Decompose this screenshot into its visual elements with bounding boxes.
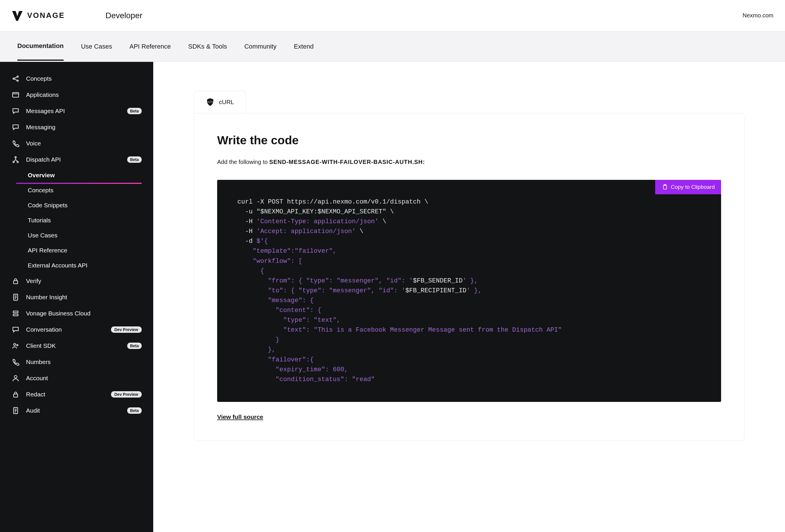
share-icon xyxy=(11,75,20,83)
svg-rect-7 xyxy=(14,281,18,284)
sidebar-item-account[interactable]: Account xyxy=(0,370,153,386)
svg-point-4 xyxy=(15,157,17,158)
doc-icon xyxy=(11,407,20,414)
phone-icon xyxy=(11,140,20,148)
users-icon xyxy=(11,342,20,350)
tab-label: cURL xyxy=(219,99,234,105)
svg-point-6 xyxy=(17,161,19,163)
filename: SEND-MESSAGE-WITH-FAILOVER-BASIC-AUTH.SH… xyxy=(269,159,425,165)
nav-sdks-tools[interactable]: SDKs & Tools xyxy=(188,33,227,60)
dial-icon xyxy=(11,358,20,366)
sidebar-item-redact[interactable]: Redact Dev Preview xyxy=(0,386,153,403)
nav-documentation[interactable]: Documentation xyxy=(17,32,64,61)
nav-extend[interactable]: Extend xyxy=(294,33,314,60)
sidebar-item-vonage-business-cloud[interactable]: Vonage Business Cloud xyxy=(0,305,153,322)
developer-label: Developer xyxy=(105,11,143,20)
beta-badge: Beta xyxy=(127,343,142,349)
sidebar-item-label: Messaging xyxy=(26,124,55,131)
lock-icon xyxy=(11,277,20,285)
sidebar-item-messaging[interactable]: Messaging xyxy=(0,119,153,135)
sidebar-item-client-sdk[interactable]: Client SDK Beta xyxy=(0,338,153,354)
sidebar-item-label: Concepts xyxy=(26,75,52,82)
lock-icon xyxy=(11,390,20,399)
stack-icon xyxy=(11,309,20,318)
svg-rect-14 xyxy=(14,394,18,397)
panel-heading: Write the code xyxy=(217,133,721,147)
svg-point-12 xyxy=(17,344,18,346)
code-tab-curl[interactable]: </> cURL xyxy=(194,91,246,113)
sidebar-item-concepts[interactable]: Concepts xyxy=(0,71,153,87)
sidebar-item-label: Vonage Business Cloud xyxy=(26,310,91,317)
sidebar-item-label: Audit xyxy=(26,407,40,414)
sidebar-item-applications[interactable]: Applications xyxy=(0,87,153,103)
svg-point-1 xyxy=(17,76,19,77)
sidebar-item-label: Voice xyxy=(26,140,41,147)
logo[interactable]: VONAGE xyxy=(11,10,65,21)
window-icon xyxy=(11,91,20,99)
beta-badge: Beta xyxy=(127,108,142,114)
brand-text: VONAGE xyxy=(27,11,65,20)
sidebar-item-verify[interactable]: Verify xyxy=(0,273,153,289)
sidebar-item-label: Numbers xyxy=(26,358,51,365)
tree-icon xyxy=(11,156,20,163)
sub-use-cases[interactable]: Use Cases xyxy=(16,228,153,243)
svg-point-11 xyxy=(14,344,16,346)
sidebar-item-label: Verify xyxy=(26,278,41,284)
sidebar-sub-items: Overview Concepts Code Snippets Tutorial… xyxy=(0,168,153,273)
sidebar-item-label: Number Insight xyxy=(26,294,67,301)
svg-rect-9 xyxy=(13,311,18,313)
sidebar-item-label: Account xyxy=(26,375,48,382)
svg-text:</>: </> xyxy=(207,100,213,104)
sub-concepts[interactable]: Concepts xyxy=(16,183,153,198)
sidebar-item-conversation[interactable]: Conversation Dev Preview xyxy=(0,322,153,338)
nav-community[interactable]: Community xyxy=(244,33,276,60)
shield-icon: </> xyxy=(206,97,215,107)
chat-icon xyxy=(11,326,20,334)
dev-preview-badge: Dev Preview xyxy=(111,391,142,398)
svg-point-2 xyxy=(17,80,19,81)
svg-point-0 xyxy=(13,78,15,79)
sidebar-item-label: Messages API xyxy=(26,107,65,115)
sub-code-snippets[interactable]: Code Snippets xyxy=(16,198,153,213)
top-nav: Documentation Use Cases API Reference SD… xyxy=(0,31,785,62)
content: </> cURL Write the code Add the followin… xyxy=(153,62,785,532)
sidebar-item-number-insight[interactable]: Number Insight xyxy=(0,289,153,305)
nexmo-link[interactable]: Nexmo.com xyxy=(742,12,774,19)
instruction: Add the following to SEND-MESSAGE-WITH-F… xyxy=(217,159,721,166)
code-block: Copy to Clipboardcurl -X POST https://ap… xyxy=(217,180,721,402)
chat-icon xyxy=(11,107,20,115)
doc-icon xyxy=(11,293,20,301)
sub-api-reference[interactable]: API Reference xyxy=(16,243,153,258)
sub-tutorials[interactable]: Tutorials xyxy=(16,213,153,228)
sidebar-item-label: Redact xyxy=(26,391,45,398)
sub-external-accounts[interactable]: External Accounts API xyxy=(16,258,153,273)
sidebar-item-label: Client SDK xyxy=(26,342,56,349)
svg-point-5 xyxy=(13,161,15,163)
vonage-logo-icon xyxy=(11,10,23,21)
sidebar-item-label: Conversation xyxy=(26,326,62,333)
sidebar-item-label: Applications xyxy=(26,91,59,98)
header: VONAGE Developer Nexmo.com xyxy=(0,0,785,31)
nav-use-cases[interactable]: Use Cases xyxy=(81,33,112,60)
svg-point-13 xyxy=(14,376,17,378)
sidebar-item-messages-api[interactable]: Messages API Beta xyxy=(0,103,153,119)
sidebar-item-voice[interactable]: Voice xyxy=(0,135,153,152)
sidebar-item-label: Dispatch API xyxy=(26,156,61,163)
sidebar-item-dispatch-api[interactable]: Dispatch API Beta xyxy=(0,152,153,168)
sidebar-item-audit[interactable]: Audit Beta xyxy=(0,403,153,419)
user-icon xyxy=(11,374,20,382)
view-full-source-link[interactable]: View full source xyxy=(217,413,263,421)
clipboard-icon xyxy=(661,184,668,190)
dev-preview-badge: Dev Preview xyxy=(111,326,142,333)
svg-rect-10 xyxy=(13,314,18,316)
sidebar-item-numbers[interactable]: Numbers xyxy=(0,354,153,370)
sub-overview[interactable]: Overview xyxy=(16,168,153,183)
copy-to-clipboard-button[interactable]: Copy to Clipboard xyxy=(655,180,721,194)
sidebar: Concepts Applications Messages API Beta … xyxy=(0,62,153,532)
beta-badge: Beta xyxy=(127,407,142,414)
svg-rect-3 xyxy=(13,93,19,97)
chat-icon xyxy=(11,123,20,131)
nav-api-reference[interactable]: API Reference xyxy=(129,33,171,60)
content-panel: Write the code Add the following to SEND… xyxy=(194,113,744,441)
beta-badge: Beta xyxy=(127,156,142,163)
